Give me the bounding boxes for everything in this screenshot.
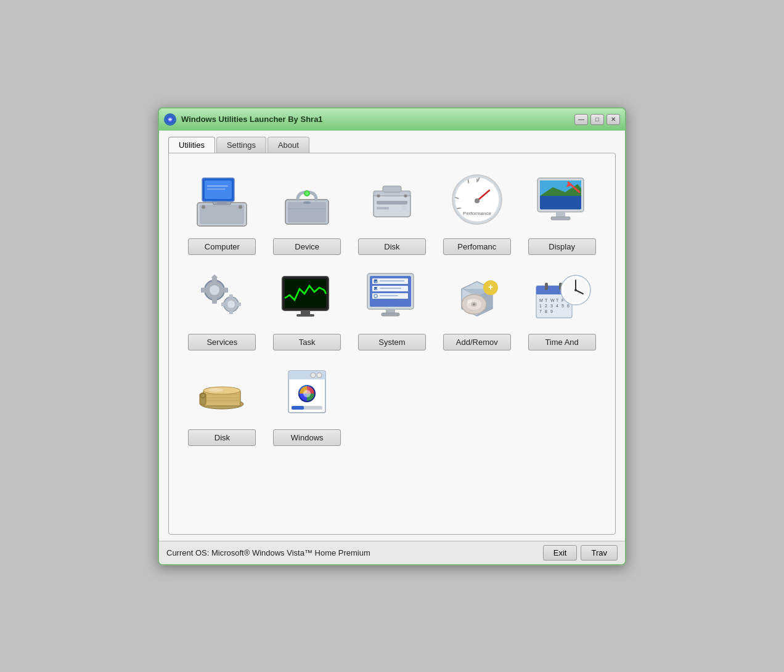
svg-rect-46	[212, 299, 217, 304]
display-button[interactable]: Display	[528, 238, 596, 255]
disk-icon	[361, 169, 423, 230]
performance-button[interactable]: Perfomanc	[443, 238, 511, 255]
svg-rect-12	[288, 202, 326, 222]
timeand-button[interactable]: Time And	[528, 334, 596, 350]
content-area: Utilities Settings About	[159, 131, 625, 541]
svg-rect-19	[377, 207, 389, 209]
svg-rect-10	[217, 201, 227, 204]
status-buttons: Exit Trav	[543, 545, 618, 561]
svg-point-44	[210, 285, 219, 295]
window-title: Windows Utilities Launcher By Shra1	[181, 115, 323, 124]
svg-rect-68	[380, 280, 404, 281]
task-button[interactable]: Task	[273, 334, 341, 350]
empty-col4	[436, 357, 518, 446]
empty-col3	[351, 357, 433, 446]
svg-rect-18	[377, 201, 407, 204]
svg-text:W: W	[550, 298, 555, 302]
services-item[interactable]: Services	[181, 261, 263, 350]
disk-button[interactable]: Disk	[358, 238, 426, 255]
svg-point-127	[311, 373, 316, 378]
close-button[interactable]: ✕	[606, 114, 620, 125]
restore-button[interactable]: □	[590, 114, 604, 125]
performance-item[interactable]: Performance Perfomanc	[436, 166, 518, 255]
device-button[interactable]: Device	[273, 238, 341, 255]
svg-text:2: 2	[545, 304, 547, 308]
svg-point-14	[305, 192, 309, 195]
performance-icon-area: Performance	[443, 166, 511, 233]
svg-text:4: 4	[556, 304, 558, 308]
svg-point-4	[202, 205, 205, 209]
svg-text:5: 5	[561, 304, 564, 308]
disk2-button[interactable]: Disk	[188, 429, 256, 446]
addremove-icon: +	[446, 264, 508, 326]
windows-item[interactable]: Windows	[266, 357, 348, 446]
timeand-item[interactable]: MTW TFS 123 456 789	[521, 261, 603, 350]
disk-icon-area	[358, 166, 426, 233]
tab-bar: Utilities Settings About	[168, 137, 616, 153]
svg-rect-53	[229, 294, 233, 298]
svg-text:T: T	[556, 298, 559, 302]
svg-rect-54	[229, 310, 233, 314]
svg-rect-77	[386, 309, 395, 313]
tab-about[interactable]: About	[267, 137, 309, 153]
svg-point-85	[473, 303, 475, 305]
windows-icon	[276, 360, 338, 421]
exit-button[interactable]: Exit	[543, 545, 578, 561]
svg-point-52	[227, 301, 235, 308]
svg-rect-78	[382, 313, 399, 316]
svg-rect-22	[383, 186, 401, 192]
utilities-grid-row2: Services	[181, 261, 603, 350]
disk2-item[interactable]: Disk	[181, 357, 263, 446]
addremove-button[interactable]: Add/Remov	[443, 334, 511, 350]
utilities-grid-row1: Computer	[181, 166, 603, 255]
svg-rect-117	[205, 394, 239, 395]
windows-button[interactable]: Windows	[273, 429, 341, 446]
disk-item[interactable]: Disk	[351, 166, 433, 255]
device-icon-area	[273, 166, 341, 233]
svg-rect-118	[205, 397, 239, 399]
svg-rect-42	[551, 217, 570, 220]
svg-text:+: +	[488, 282, 493, 292]
svg-point-24	[404, 194, 407, 197]
svg-rect-59	[301, 310, 310, 314]
empty-col5	[521, 357, 603, 446]
status-text: Current OS: Microsoft® Windows Vista™ Ho…	[166, 548, 370, 557]
svg-point-129	[303, 390, 311, 397]
system-item[interactable]: System	[351, 261, 433, 350]
svg-point-120	[208, 388, 223, 392]
svg-point-113	[574, 289, 577, 291]
tab-utilities[interactable]: Utilities	[168, 137, 215, 153]
svg-rect-47	[201, 288, 206, 293]
services-icon-area	[188, 261, 256, 329]
app-icon	[164, 113, 176, 126]
svg-text:3: 3	[550, 304, 553, 308]
svg-rect-60	[296, 314, 314, 317]
device-item[interactable]: Device	[266, 166, 348, 255]
svg-rect-119	[205, 400, 239, 402]
titlebar: Windows Utilities Launcher By Shra1 — □ …	[159, 108, 625, 131]
computer-item[interactable]: Computer	[181, 166, 263, 255]
task-icon-area	[273, 261, 341, 329]
task-item[interactable]: Task	[266, 261, 348, 350]
svg-rect-2	[200, 204, 244, 224]
display-item[interactable]: Display	[521, 166, 603, 255]
svg-rect-41	[556, 212, 565, 217]
services-icon	[191, 264, 253, 326]
minimize-button[interactable]: —	[574, 114, 588, 125]
svg-rect-15	[303, 201, 311, 204]
system-icon	[361, 264, 423, 326]
tray-button[interactable]: Trav	[581, 545, 618, 561]
timeand-icon: MTW TFS 123 456 789	[531, 264, 593, 326]
system-button[interactable]: System	[358, 334, 426, 350]
disk2-icon-area	[188, 357, 256, 424]
svg-point-33	[475, 198, 480, 203]
utilities-panel: Computer	[168, 153, 616, 535]
display-icon	[531, 169, 593, 230]
addremove-item[interactable]: + Add/Remov	[436, 261, 518, 350]
computer-button[interactable]: Computer	[188, 238, 256, 255]
svg-text:Performance: Performance	[463, 211, 491, 216]
services-button[interactable]: Services	[188, 334, 256, 350]
svg-rect-92	[545, 283, 548, 290]
tab-settings[interactable]: Settings	[216, 137, 266, 153]
svg-text:M: M	[539, 298, 543, 302]
